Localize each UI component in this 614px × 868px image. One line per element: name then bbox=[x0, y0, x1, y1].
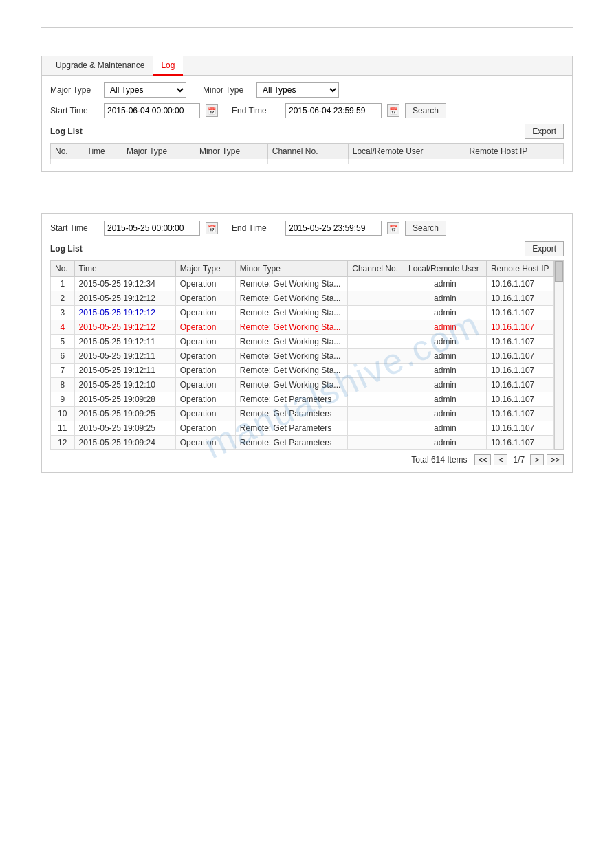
start-time-calendar-icon[interactable]: 📅 bbox=[206, 104, 218, 117]
start-time-calendar-icon-2[interactable]: 📅 bbox=[206, 222, 218, 234]
start-time-input-2[interactable] bbox=[104, 221, 200, 236]
table-row: 6 2015-05-25 19:12:11 Operation Remote: … bbox=[51, 349, 554, 364]
panel-1-body: Major Type All Types Minor Type All Type… bbox=[42, 76, 572, 171]
end-time-input[interactable] bbox=[285, 103, 382, 118]
table-row: 1 2015-05-25 19:12:34 Operation Remote: … bbox=[51, 277, 554, 291]
table-row: 11 2015-05-25 19:09:25 Operation Remote:… bbox=[51, 421, 554, 436]
table-row: 9 2015-05-25 19:09:28 Operation Remote: … bbox=[51, 392, 554, 407]
col-ip-2: Remote Host IP bbox=[486, 261, 553, 277]
log-table-2: No. Time Major Type Minor Type Channel N… bbox=[50, 260, 554, 450]
col-user-1: Local/Remote User bbox=[348, 144, 465, 159]
start-time-input[interactable] bbox=[104, 103, 200, 118]
major-type-select[interactable]: All Types bbox=[104, 82, 186, 98]
table-row: 8 2015-05-25 19:12:10 Operation Remote: … bbox=[51, 378, 554, 392]
end-time-calendar-icon-2[interactable]: 📅 bbox=[387, 222, 399, 234]
export-button-1[interactable]: Export bbox=[525, 124, 564, 139]
export-button-2[interactable]: Export bbox=[525, 241, 564, 256]
table-row bbox=[51, 159, 564, 164]
col-major-type-1: Major Type bbox=[122, 144, 195, 159]
end-time-input-2[interactable] bbox=[285, 221, 382, 236]
panel-1-tabs: Upgrade & Maintenance Log bbox=[42, 56, 572, 76]
form-row-time-2: Start Time 📅 End Time 📅 Search bbox=[50, 221, 564, 236]
col-major-type-2: Major Type bbox=[175, 261, 235, 277]
pagination-current: 1/7 bbox=[510, 455, 527, 465]
col-time-1: Time bbox=[83, 144, 122, 159]
col-no-1: No. bbox=[51, 144, 83, 159]
search-button-2[interactable]: Search bbox=[405, 221, 446, 236]
panel-2-body: Start Time 📅 End Time 📅 Search Log List … bbox=[42, 214, 572, 472]
table-row: 3 2015-05-25 19:12:12 Operation Remote: … bbox=[51, 306, 554, 320]
pagination-info: Total 614 Items bbox=[411, 455, 467, 465]
panel-2: Start Time 📅 End Time 📅 Search Log List … bbox=[41, 213, 573, 473]
top-divider bbox=[41, 27, 573, 28]
tab-log[interactable]: Log bbox=[153, 56, 183, 76]
col-minor-type-1: Minor Type bbox=[195, 144, 267, 159]
col-user-2: Local/Remote User bbox=[404, 261, 487, 277]
form-row-time: Start Time 📅 End Time 📅 Search bbox=[50, 103, 564, 118]
end-time-label-2: End Time bbox=[232, 223, 280, 233]
col-ip-1: Remote Host IP bbox=[465, 144, 563, 159]
log-table-2-inner: No. Time Major Type Minor Type Channel N… bbox=[50, 260, 554, 450]
form-row-types: Major Type All Types Minor Type All Type… bbox=[50, 82, 564, 98]
minor-type-label: Minor Type bbox=[203, 85, 251, 95]
end-time-label: End Time bbox=[232, 106, 280, 115]
col-no-2: No. bbox=[51, 261, 75, 277]
log-list-header-2: Log List Export bbox=[50, 241, 564, 256]
start-time-label: Start Time bbox=[50, 106, 98, 115]
table-row: 7 2015-05-25 19:12:11 Operation Remote: … bbox=[51, 364, 554, 378]
panel-1: Upgrade & Maintenance Log Major Type All… bbox=[41, 56, 573, 172]
log-list-title-2: Log List bbox=[50, 244, 83, 254]
pagination-prev[interactable]: < bbox=[494, 454, 507, 465]
col-minor-type-2: Minor Type bbox=[235, 261, 347, 277]
col-channel-1: Channel No. bbox=[267, 144, 348, 159]
end-time-calendar-icon[interactable]: 📅 bbox=[387, 104, 399, 117]
table-row: 5 2015-05-25 19:12:11 Operation Remote: … bbox=[51, 335, 554, 349]
scrollbar-thumb[interactable] bbox=[555, 261, 563, 282]
pagination-last[interactable]: >> bbox=[547, 454, 564, 465]
search-button-1[interactable]: Search bbox=[405, 103, 446, 118]
major-type-label: Major Type bbox=[50, 85, 98, 95]
pagination-first[interactable]: << bbox=[474, 454, 492, 465]
log-list-title-1: Log List bbox=[50, 126, 83, 136]
log-table-2-scroll-container: No. Time Major Type Minor Type Channel N… bbox=[50, 260, 564, 450]
minor-type-select[interactable]: All Types bbox=[256, 82, 339, 98]
log-table-1-wrapper: No. Time Major Type Minor Type Channel N… bbox=[50, 143, 564, 164]
log-table-1: No. Time Major Type Minor Type Channel N… bbox=[50, 143, 564, 164]
tab-upgrade-maintenance[interactable]: Upgrade & Maintenance bbox=[47, 56, 153, 76]
table-row: 12 2015-05-25 19:09:24 Operation Remote:… bbox=[51, 436, 554, 450]
col-channel-2: Channel No. bbox=[348, 261, 404, 277]
col-time-2: Time bbox=[74, 261, 175, 277]
log-list-header-1: Log List Export bbox=[50, 124, 564, 139]
pagination-next[interactable]: > bbox=[530, 454, 544, 465]
table-row: 2 2015-05-25 19:12:12 Operation Remote: … bbox=[51, 291, 554, 306]
pagination: Total 614 Items << < 1/7 > >> bbox=[50, 454, 564, 465]
scrollbar-track[interactable] bbox=[554, 260, 564, 450]
table-row: 4 2015-05-25 19:12:12 Operation Remote: … bbox=[51, 320, 554, 335]
start-time-label-2: Start Time bbox=[50, 223, 98, 233]
table-row: 10 2015-05-25 19:09:25 Operation Remote:… bbox=[51, 407, 554, 421]
